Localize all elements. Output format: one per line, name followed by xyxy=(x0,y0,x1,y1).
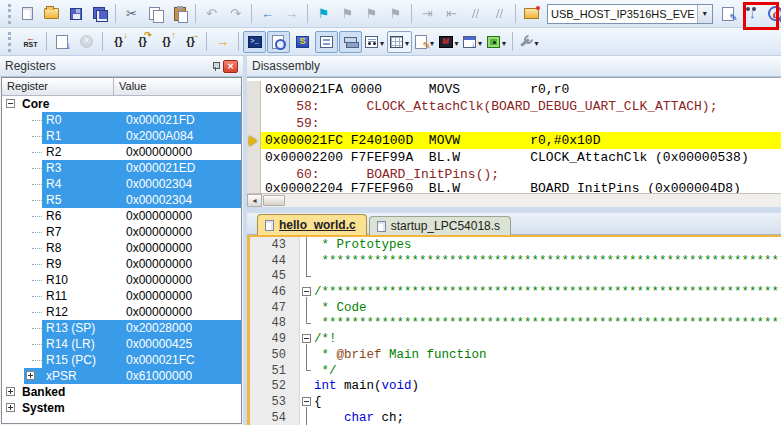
target-select-combobox[interactable]: USB_HOST_IP3516HS_EVE▾ xyxy=(547,4,713,24)
show-next-statement-button[interactable]: → xyxy=(211,31,234,53)
editor-line[interactable]: 46/*************************************… xyxy=(250,284,781,300)
register-row-R13-SP-[interactable]: R13 (SP)0x20028000 xyxy=(2,320,241,336)
disassembly-gutter[interactable] xyxy=(247,149,261,166)
save-all-button[interactable] xyxy=(88,3,111,25)
disassembly-line[interactable]: 0x00002204 F7FEF960 BL.W BOARD_InitPins … xyxy=(247,183,781,193)
debug-toolbox-button[interactable] xyxy=(517,31,540,53)
command-window-button[interactable]: >_ xyxy=(243,31,266,53)
trace-window-button[interactable] xyxy=(461,31,484,53)
register-row-R0[interactable]: R00x000021FD xyxy=(2,112,241,128)
disassembly-line[interactable]: 0x00002200 F7FEF99A BL.W CLOCK_AttachClk… xyxy=(247,149,781,166)
disassembly-line[interactable]: 0x000021FC F240100D MOVW r0,#0x10D xyxy=(247,132,781,149)
register-row-Banked[interactable]: Banked xyxy=(2,384,241,400)
run-button[interactable] xyxy=(51,31,74,53)
editor-line[interactable]: 47 * Code xyxy=(250,300,781,316)
register-row-System[interactable]: System xyxy=(2,400,241,416)
register-row-R2[interactable]: R20x00000000 xyxy=(2,144,241,160)
editor-line[interactable]: 49/*! xyxy=(250,331,781,347)
register-row-R12[interactable]: R120x00000000 xyxy=(2,304,241,320)
register-row-R15-PC-[interactable]: R15 (PC)0x000021FC xyxy=(2,352,241,368)
dropdown-arrow-icon[interactable] xyxy=(476,35,482,49)
editor-line[interactable]: 53{ xyxy=(250,394,781,410)
serial-window-button[interactable] xyxy=(413,31,436,53)
memory-window-button[interactable] xyxy=(387,31,412,53)
fold-margin[interactable] xyxy=(300,284,314,300)
register-row-R7[interactable]: R70x00000000 xyxy=(2,224,241,240)
disassembly-gutter[interactable] xyxy=(247,98,261,115)
disassembly-line[interactable]: 59: xyxy=(247,115,781,132)
fold-collapse-icon[interactable] xyxy=(302,287,311,296)
fold-margin[interactable] xyxy=(300,394,314,410)
register-row-R11[interactable]: R110x00000000 xyxy=(2,288,241,304)
collapse-minus-icon[interactable] xyxy=(6,99,15,108)
disassembly-gutter[interactable] xyxy=(247,166,261,183)
expand-plus-icon[interactable] xyxy=(6,387,15,396)
editor-line[interactable]: 48 *************************************… xyxy=(250,315,781,331)
editor-line[interactable]: 52int main(void) xyxy=(250,378,781,394)
insert-bookmark-button[interactable]: ⚑ xyxy=(312,3,335,25)
editor-line[interactable]: 50 * @brief Main function xyxy=(250,347,781,363)
editor-line[interactable]: 44 *************************************… xyxy=(250,253,781,269)
editor-line[interactable]: 54 char ch; xyxy=(250,410,781,425)
close-icon[interactable]: ✕ xyxy=(223,60,238,73)
tab-startup-LPC54018-s[interactable]: startup_LPC54018.s xyxy=(369,216,511,235)
run-to-cursor-button[interactable]: {} xyxy=(179,31,202,53)
step-over-button[interactable]: {} xyxy=(131,31,154,53)
register-row-R14-LR-[interactable]: R14 (LR)0x00000425 xyxy=(2,336,241,352)
dropdown-arrow-icon[interactable] xyxy=(453,35,459,49)
register-row-R10[interactable]: R100x00000000 xyxy=(2,272,241,288)
disassembly-hscrollbar[interactable]: ◂ xyxy=(247,193,781,207)
editor-line[interactable]: 43 * Prototypes xyxy=(250,237,781,253)
register-row-R3[interactable]: R30x000021ED xyxy=(2,160,241,176)
auto-hide-pin-icon[interactable] xyxy=(212,62,220,70)
register-column-label[interactable]: Register xyxy=(2,78,114,95)
fold-collapse-icon[interactable] xyxy=(302,397,311,406)
register-row-R1[interactable]: R10x2000A084 xyxy=(2,128,241,144)
register-row-Core[interactable]: Core xyxy=(2,96,241,112)
dropdown-arrow-icon[interactable] xyxy=(500,35,506,49)
new-file-button[interactable] xyxy=(16,3,39,25)
symbols-window-button[interactable]: S xyxy=(291,31,314,53)
disassembly-line[interactable]: 0x000021FA 0000 MOVS r0,r0 xyxy=(247,81,781,98)
disassembly-line[interactable]: 60: BOARD_InitPins(); xyxy=(247,166,781,183)
copy-button[interactable] xyxy=(144,3,167,25)
fold-collapse-icon[interactable] xyxy=(302,334,311,343)
disassembly-window-button[interactable] xyxy=(267,31,290,53)
register-row-R9[interactable]: R90x00000000 xyxy=(2,256,241,272)
dropdown-arrow-icon[interactable] xyxy=(378,35,384,49)
tab-hello-world-c[interactable]: hello_world.c xyxy=(257,214,367,235)
register-row-R8[interactable]: R80x00000000 xyxy=(2,240,241,256)
watch-window-button[interactable] xyxy=(363,31,386,53)
save-button[interactable] xyxy=(64,3,87,25)
paste-button[interactable] xyxy=(168,3,191,25)
logic-analyzer-window-button[interactable] xyxy=(437,31,460,53)
reset-cpu-button[interactable]: RST xyxy=(19,31,42,53)
fold-margin[interactable] xyxy=(300,331,314,347)
expand-plus-icon[interactable] xyxy=(6,403,15,412)
editor-line[interactable]: 51 */ xyxy=(250,363,781,379)
callstack-window-button[interactable] xyxy=(339,31,362,53)
step-into-button[interactable]: {} xyxy=(107,31,130,53)
scroll-left-icon[interactable]: ◂ xyxy=(247,194,262,207)
disassembly-gutter[interactable] xyxy=(247,115,261,132)
step-out-button[interactable]: {} xyxy=(155,31,178,53)
expand-plus-icon[interactable] xyxy=(26,371,35,380)
editor-line[interactable]: 45 xyxy=(250,268,781,284)
scrollbar-thumb[interactable] xyxy=(263,195,285,206)
disassembly-gutter[interactable] xyxy=(247,81,261,98)
register-row-R5[interactable]: R50x00002304 xyxy=(2,192,241,208)
register-row-R6[interactable]: R60x00000000 xyxy=(2,208,241,224)
open-file-button[interactable] xyxy=(40,3,63,25)
translate-file-button[interactable] xyxy=(717,3,740,25)
value-column-label[interactable]: Value xyxy=(114,78,241,95)
system-viewer-window-button[interactable] xyxy=(485,31,508,53)
register-row-xPSR[interactable]: xPSR0x61000000 xyxy=(2,368,241,384)
dropdown-arrow-icon[interactable] xyxy=(533,35,539,49)
load-application-button[interactable] xyxy=(520,3,543,25)
disassembly-gutter[interactable] xyxy=(247,132,261,149)
cut-button[interactable]: ✂ xyxy=(120,3,143,25)
disassembly-gutter[interactable] xyxy=(247,183,261,193)
combo-dropdown-icon[interactable]: ▾ xyxy=(697,5,712,23)
register-row-R4[interactable]: R40x00002304 xyxy=(2,176,241,192)
registers-window-button[interactable] xyxy=(315,31,338,53)
